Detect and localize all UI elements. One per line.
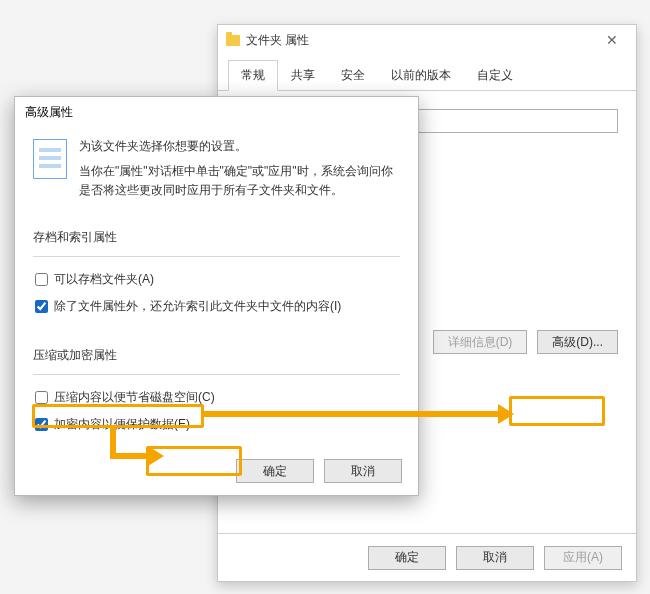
checkbox-compress-label: 压缩内容以便节省磁盘空间(C) xyxy=(54,389,215,406)
tab-general[interactable]: 常规 xyxy=(228,60,278,91)
checkbox-compress[interactable]: 压缩内容以便节省磁盘空间(C) xyxy=(35,389,400,406)
tab-custom[interactable]: 自定义 xyxy=(464,60,526,91)
checkbox-encrypt[interactable]: 加密内容以便保护数据(E) xyxy=(35,416,400,433)
folder-icon xyxy=(226,35,240,46)
properties-cancel-button[interactable]: 取消 xyxy=(456,546,534,570)
advanced-cancel-button[interactable]: 取消 xyxy=(324,459,402,483)
advanced-title: 高级属性 xyxy=(25,104,73,121)
section-compress-label: 压缩或加密属性 xyxy=(33,347,400,364)
properties-footer: 确定 取消 应用(A) xyxy=(218,533,636,581)
checkbox-archive[interactable]: 可以存档文件夹(A) xyxy=(35,271,400,288)
checkbox-index-input[interactable] xyxy=(35,300,48,313)
tab-security[interactable]: 安全 xyxy=(328,60,378,91)
properties-tabs: 常规 共享 安全 以前的版本 自定义 xyxy=(218,59,636,91)
advanced-footer: 确定 取消 xyxy=(15,447,418,495)
tab-previous[interactable]: 以前的版本 xyxy=(378,60,464,91)
checkbox-encrypt-label: 加密内容以便保护数据(E) xyxy=(54,416,190,433)
checkbox-compress-input[interactable] xyxy=(35,391,48,404)
checkbox-index[interactable]: 除了文件属性外，还允许索引此文件夹中文件的内容(I) xyxy=(35,298,400,315)
properties-ok-button[interactable]: 确定 xyxy=(368,546,446,570)
advanced-intro: 为该文件夹选择你想要的设置。 当你在"属性"对话框中单击"确定"或"应用"时，系… xyxy=(33,137,400,207)
details-button-disabled: 详细信息(D) xyxy=(433,330,528,354)
checkbox-archive-input[interactable] xyxy=(35,273,48,286)
intro-line-2: 当你在"属性"对话框中单击"确定"或"应用"时，系统会询问你是否将这些更改同时应… xyxy=(79,162,400,200)
advanced-button[interactable]: 高级(D)... xyxy=(537,330,618,354)
checkbox-archive-label: 可以存档文件夹(A) xyxy=(54,271,154,288)
checkbox-index-label: 除了文件属性外，还允许索引此文件夹中文件的内容(I) xyxy=(54,298,341,315)
advanced-attributes-window: 高级属性 为该文件夹选择你想要的设置。 当你在"属性"对话框中单击"确定"或"应… xyxy=(14,96,419,496)
tab-sharing[interactable]: 共享 xyxy=(278,60,328,91)
close-icon[interactable]: ✕ xyxy=(596,25,628,55)
properties-title: 文件夹 属性 xyxy=(246,32,309,49)
intro-line-1: 为该文件夹选择你想要的设置。 xyxy=(79,137,400,156)
section-archive-label: 存档和索引属性 xyxy=(33,229,400,246)
properties-apply-button: 应用(A) xyxy=(544,546,622,570)
advanced-ok-button[interactable]: 确定 xyxy=(236,459,314,483)
document-list-icon xyxy=(33,139,67,179)
advanced-titlebar[interactable]: 高级属性 xyxy=(15,97,418,127)
divider xyxy=(33,374,400,375)
checkbox-encrypt-input[interactable] xyxy=(35,418,48,431)
properties-titlebar[interactable]: 文件夹 属性 ✕ xyxy=(218,25,636,55)
divider xyxy=(33,256,400,257)
